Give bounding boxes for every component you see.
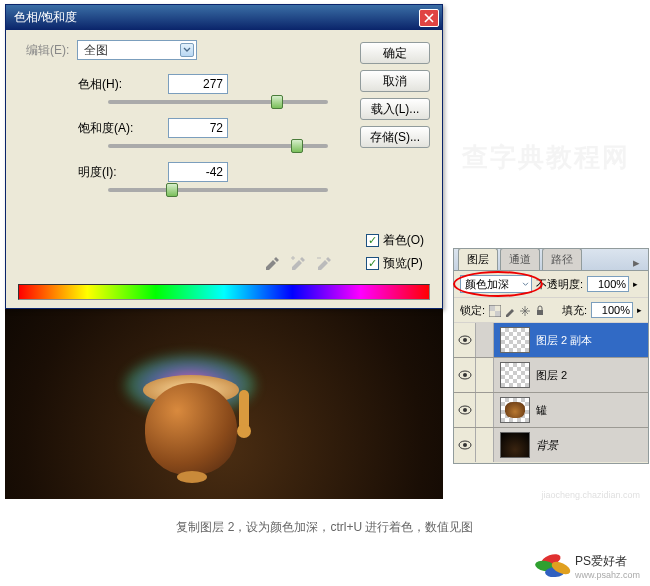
blend-mode-combo[interactable]: 颜色加深 — [460, 275, 532, 293]
hue-thumb[interactable] — [271, 95, 283, 109]
layer-name[interactable]: 背景 — [536, 438, 558, 453]
background-watermark: 查字典教程网 — [462, 140, 630, 175]
layer-name[interactable]: 图层 2 — [536, 368, 567, 383]
checkbox-checked-icon: ✓ — [366, 234, 379, 247]
eye-icon — [458, 405, 472, 415]
close-icon — [424, 13, 434, 23]
link-col[interactable] — [476, 393, 494, 427]
preview-label: 预览(P) — [383, 255, 423, 272]
cancel-button[interactable]: 取消 — [360, 70, 430, 92]
svg-point-7 — [463, 373, 467, 377]
visibility-toggle[interactable] — [454, 428, 476, 462]
lock-pixels-icon[interactable] — [504, 303, 516, 316]
saturation-slider[interactable] — [108, 144, 328, 148]
opacity-label: 不透明度: — [536, 277, 583, 292]
tab-paths[interactable]: 路径 — [542, 248, 582, 270]
hue-spectrum — [18, 284, 430, 300]
load-button[interactable]: 载入(L)... — [360, 98, 430, 120]
tab-layers[interactable]: 图层 — [458, 248, 498, 270]
lock-label: 锁定: — [460, 303, 485, 318]
hue-label: 色相(H): — [78, 76, 158, 93]
edit-label: 编辑(E): — [26, 42, 69, 59]
hue-saturation-dialog: 色相/饱和度 编辑(E): 全图 色相(H): 饱和度(A): 明度(I): — [5, 4, 443, 309]
ok-button[interactable]: 确定 — [360, 42, 430, 64]
brand-logo-icon — [535, 555, 569, 579]
fill-label: 填充: — [562, 303, 587, 318]
eyedropper-icon[interactable] — [264, 256, 280, 272]
lightness-input[interactable] — [168, 162, 228, 182]
panel-menu-icon[interactable]: ▸ — [629, 255, 644, 270]
edit-combo[interactable]: 全图 — [77, 40, 197, 60]
lock-transparency-icon[interactable] — [489, 303, 501, 316]
preview-checkbox[interactable]: ✓ 预览(P) — [366, 255, 424, 272]
lightness-label: 明度(I): — [78, 164, 158, 181]
checkbox-checked-icon: ✓ — [366, 257, 379, 270]
lightness-thumb[interactable] — [166, 183, 178, 197]
layer-thumbnail — [500, 432, 530, 458]
eye-icon — [458, 440, 472, 450]
chevron-down-icon — [522, 282, 529, 287]
lock-position-icon[interactable] — [519, 303, 531, 316]
layer-row[interactable]: 罐 — [454, 393, 648, 427]
colorize-checkbox[interactable]: ✓ 着色(O) — [366, 232, 424, 249]
visibility-toggle[interactable] — [454, 393, 476, 427]
layer-thumbnail — [500, 362, 530, 388]
brand-name: PS爱好者 — [575, 554, 627, 568]
eyedropper-minus-icon[interactable] — [316, 256, 332, 272]
svg-rect-0 — [489, 305, 495, 311]
layer-row[interactable]: 图层 2 副本 — [454, 323, 648, 357]
eye-icon — [458, 335, 472, 345]
fill-arrow-icon[interactable]: ▸ — [637, 305, 642, 315]
lock-all-icon[interactable] — [534, 303, 546, 316]
saturation-thumb[interactable] — [291, 139, 303, 153]
brand-url: www.psahz.com — [575, 570, 640, 580]
blend-mode-value: 颜色加深 — [465, 277, 509, 292]
hue-slider[interactable] — [108, 100, 328, 104]
save-button[interactable]: 存储(S)... — [360, 126, 430, 148]
chevron-down-icon — [180, 43, 194, 57]
link-col[interactable] — [476, 358, 494, 392]
lightness-slider[interactable] — [108, 188, 328, 192]
opacity-input[interactable] — [587, 276, 629, 292]
url-watermark: jiaocheng.chazidian.com — [541, 490, 640, 500]
layer-thumbnail — [500, 327, 530, 353]
link-col[interactable] — [476, 428, 494, 462]
caption-text: 复制图层 2，设为颜色加深，ctrl+U 进行着色，数值见图 — [0, 519, 650, 536]
dialog-title: 色相/饱和度 — [14, 9, 77, 26]
eyedropper-plus-icon[interactable] — [290, 256, 306, 272]
layer-thumbnail — [500, 397, 530, 423]
layer-name[interactable]: 罐 — [536, 403, 547, 418]
layers-list: 图层 2 副本 图层 2 罐 背景 — [454, 323, 648, 462]
dialog-titlebar[interactable]: 色相/饱和度 — [6, 5, 442, 30]
visibility-toggle[interactable] — [454, 323, 476, 357]
svg-point-9 — [463, 408, 467, 412]
colorize-label: 着色(O) — [383, 232, 424, 249]
pot-illustration — [115, 335, 265, 485]
hue-input[interactable] — [168, 74, 228, 94]
opacity-arrow-icon[interactable]: ▸ — [633, 279, 638, 289]
tab-channels[interactable]: 通道 — [500, 248, 540, 270]
link-col[interactable] — [476, 323, 494, 357]
svg-point-5 — [463, 338, 467, 342]
svg-point-11 — [463, 443, 467, 447]
brand-watermark: PS爱好者 www.psahz.com — [535, 553, 640, 580]
saturation-label: 饱和度(A): — [78, 120, 158, 137]
saturation-input[interactable] — [168, 118, 228, 138]
fill-input[interactable] — [591, 302, 633, 318]
layers-panel: 图层 通道 路径 ▸ 颜色加深 不透明度: ▸ 锁定: 填充: ▸ 图层 2 副 — [453, 248, 649, 464]
close-button[interactable] — [419, 9, 439, 27]
svg-rect-1 — [495, 311, 501, 317]
edit-combo-value: 全图 — [84, 42, 108, 59]
layer-name[interactable]: 图层 2 副本 — [536, 333, 592, 348]
eye-icon — [458, 370, 472, 380]
eyedropper-group — [264, 256, 332, 272]
visibility-toggle[interactable] — [454, 358, 476, 392]
layer-row[interactable]: 图层 2 — [454, 358, 648, 392]
layer-row[interactable]: 背景 — [454, 428, 648, 462]
svg-rect-3 — [537, 310, 543, 315]
